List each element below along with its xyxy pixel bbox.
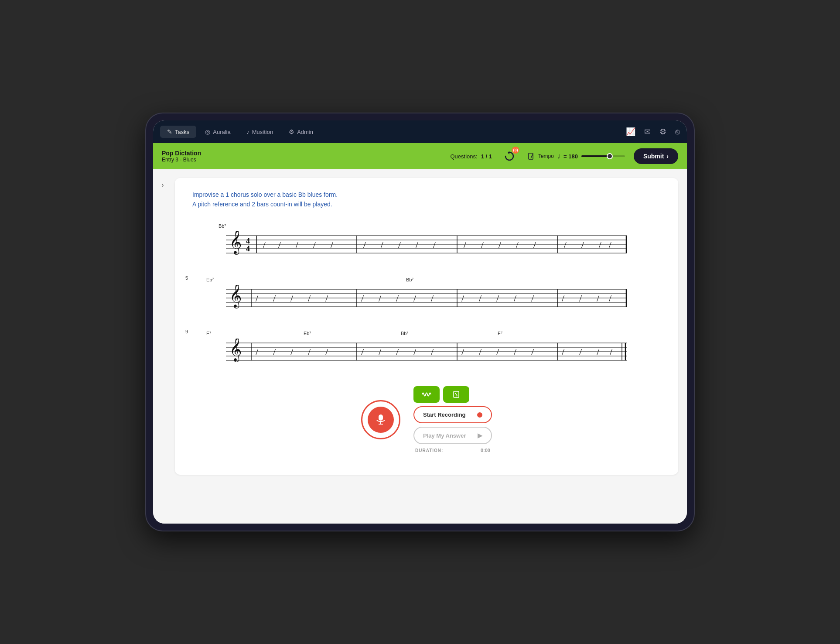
- tablet-screen: ✎ Tasks ◎ Auralia ♪ Musition ⚙ Admin 📈: [153, 120, 687, 524]
- staff-row-2: 5 Eb⁷ Bb⁷ 𝄞: [192, 270, 661, 311]
- microphone-icon: [375, 414, 387, 426]
- svg-text:/: /: [496, 293, 499, 304]
- svg-text:/: /: [533, 239, 536, 250]
- chord-f7-2: F⁷: [498, 331, 502, 336]
- nav-tab-tasks[interactable]: ✎ Tasks: [160, 126, 196, 138]
- settings-icon[interactable]: ⚙: [659, 127, 666, 137]
- svg-text:/: /: [431, 293, 434, 304]
- mic-button[interactable]: [361, 400, 400, 439]
- svg-text:/: /: [381, 239, 384, 250]
- svg-text:/: /: [363, 239, 366, 250]
- svg-text:/: /: [433, 239, 436, 250]
- chord-eb7-2: Eb⁷: [304, 331, 311, 336]
- svg-text:/: /: [562, 346, 565, 357]
- start-recording-label: Start Recording: [423, 411, 466, 418]
- tasks-label: Tasks: [175, 129, 189, 135]
- svg-line-100: [455, 393, 457, 396]
- svg-text:/: /: [325, 293, 328, 304]
- svg-text:/: /: [396, 346, 399, 357]
- tablet-frame: ✎ Tasks ◎ Auralia ♪ Musition ⚙ Admin 📈: [145, 113, 695, 531]
- svg-text:/: /: [481, 239, 484, 250]
- chord-bb7-2: Bb⁷: [406, 277, 413, 283]
- svg-text:/: /: [609, 293, 612, 304]
- toolbar-divider: [210, 148, 210, 164]
- svg-text:/: /: [599, 239, 602, 250]
- svg-text:/: /: [273, 346, 276, 357]
- mail-icon[interactable]: ✉: [644, 127, 651, 137]
- play-icon: ▶: [478, 432, 482, 439]
- duration-label: DURATION:: [415, 448, 443, 453]
- chart-icon[interactable]: 📈: [626, 127, 635, 137]
- svg-text:/: /: [579, 346, 582, 357]
- staff-row-1: Bb⁷ 𝄞 4 4: [192, 216, 661, 257]
- toolbar-title: Pop Dictation Entry 3 - Blues: [162, 150, 201, 163]
- toolbar-questions: Questions: 1 / 1: [450, 153, 492, 160]
- svg-text:/: /: [313, 239, 316, 250]
- svg-text:/: /: [379, 293, 382, 304]
- svg-text:/: /: [290, 293, 294, 304]
- instruction-line2: A pitch reference and 2 bars count-in wi…: [192, 201, 661, 208]
- svg-text:/: /: [461, 293, 464, 304]
- nav-right-icons: 📈 ✉ ⚙ ⎋: [626, 127, 680, 137]
- svg-text:/: /: [564, 239, 567, 250]
- svg-text:/: /: [256, 346, 259, 357]
- play-answer-button[interactable]: Play My Answer ▶: [413, 427, 492, 444]
- tempo-slider[interactable]: [581, 155, 625, 157]
- logout-icon[interactable]: ⎋: [675, 127, 680, 137]
- sidebar-toggle[interactable]: ›: [157, 180, 168, 190]
- recording-dot: [477, 412, 482, 418]
- svg-text:/: /: [531, 293, 534, 304]
- svg-text:𝄞: 𝄞: [229, 285, 242, 308]
- nav-tab-auralia[interactable]: ◎ Auralia: [198, 126, 237, 138]
- svg-text:/: /: [516, 239, 519, 250]
- svg-text:/: /: [562, 293, 565, 304]
- svg-text:/: /: [325, 346, 328, 357]
- duration-row: DURATION: 0:00: [413, 448, 492, 453]
- svg-text:/: /: [308, 346, 311, 357]
- bar-number-5: 5: [185, 275, 188, 281]
- staff-row-3: 9 F⁷ Eb⁷ Bb⁷ F⁷ 𝄞: [192, 324, 661, 364]
- waveform-icon: [422, 391, 431, 398]
- svg-text:/: /: [514, 293, 517, 304]
- nav-tab-musition[interactable]: ♪ Musition: [239, 126, 280, 138]
- svg-text:/: /: [413, 346, 417, 357]
- svg-text:/: /: [379, 346, 382, 357]
- settings-toggle-button[interactable]: [443, 386, 469, 403]
- svg-text:4: 4: [246, 236, 250, 245]
- tempo-label: Tempo: [538, 153, 554, 159]
- svg-text:/: /: [581, 239, 584, 250]
- auralia-label: Auralia: [213, 129, 230, 135]
- svg-text:/: /: [256, 293, 259, 304]
- svg-text:/: /: [609, 239, 612, 250]
- svg-text:/: /: [413, 293, 417, 304]
- staff-svg-1: 𝄞 4 4: [192, 231, 661, 255]
- svg-text:/: /: [610, 346, 613, 357]
- content-card: Improvise a 1 chorus solo over a basic B…: [175, 178, 678, 475]
- replay-button[interactable]: (3): [501, 147, 518, 165]
- chord-bb7-3: Bb⁷: [401, 331, 408, 336]
- nav-tabs: ✎ Tasks ◎ Auralia ♪ Musition ⚙ Admin: [160, 126, 320, 138]
- svg-text:/: /: [308, 293, 311, 304]
- musition-label: Musition: [252, 129, 273, 135]
- tempo-value: = 180: [563, 153, 578, 160]
- toolbar: Pop Dictation Entry 3 - Blues Questions:…: [153, 143, 687, 169]
- questions-label: Questions:: [450, 153, 477, 160]
- chord-f7-1: F⁷: [206, 331, 211, 336]
- start-recording-button[interactable]: Start Recording: [413, 406, 492, 423]
- chord-bb7-1: Bb⁷: [219, 223, 226, 229]
- svg-text:/: /: [361, 293, 364, 304]
- metronome-icon: [527, 152, 535, 160]
- top-nav: ✎ Tasks ◎ Auralia ♪ Musition ⚙ Admin 📈: [153, 120, 687, 143]
- submit-button[interactable]: Submit ›: [634, 148, 678, 164]
- waveform-button[interactable]: [413, 386, 440, 403]
- nav-tab-admin[interactable]: ⚙ Admin: [282, 126, 320, 138]
- staff-svg-3: 𝄞 / /: [192, 339, 661, 363]
- svg-text:/: /: [431, 346, 434, 357]
- svg-text:/: /: [499, 239, 502, 250]
- tempo-section: Tempo ♩ = 180: [527, 152, 625, 160]
- toolbar-title-main: Pop Dictation: [162, 150, 201, 157]
- svg-text:/: /: [263, 239, 266, 250]
- tempo-note: ♩: [557, 153, 560, 160]
- musition-icon: ♪: [246, 128, 249, 135]
- tasks-icon: ✎: [167, 128, 172, 135]
